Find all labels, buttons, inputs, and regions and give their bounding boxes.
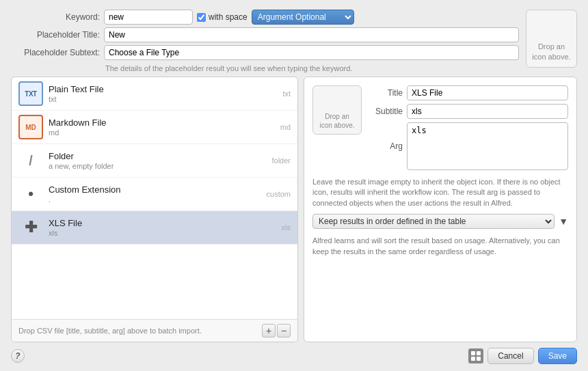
file-name: Folder bbox=[49, 151, 291, 161]
dot-icon: • bbox=[18, 182, 43, 206]
list-footer: Drop CSV file [title, subtitle, arg] abo… bbox=[12, 319, 297, 342]
bottom-bar: ? Cancel Save bbox=[11, 348, 577, 364]
file-info: Folder a new, empty folder bbox=[49, 151, 291, 170]
result-icon-label: Drop anicon above. bbox=[319, 112, 354, 130]
list-item[interactable]: ✚ XLS File xls xls bbox=[12, 211, 297, 245]
folder-icon: / bbox=[18, 148, 43, 173]
file-sub: txt bbox=[49, 95, 291, 103]
result-title-input[interactable] bbox=[407, 85, 568, 100]
header-icon-drop-label: Drop anicon above. bbox=[532, 42, 570, 61]
main-container: Keyword: with space Argument Optional Ar… bbox=[0, 0, 588, 371]
keyword-input[interactable] bbox=[104, 10, 193, 25]
order-dropdown-row: Keep results in order defined in the tab… bbox=[312, 214, 568, 229]
svg-rect-1 bbox=[477, 351, 481, 355]
result-title-row: Title bbox=[369, 85, 568, 100]
file-info: XLS File xls bbox=[49, 218, 291, 237]
with-space-checkbox[interactable] bbox=[197, 13, 206, 22]
file-sub: . bbox=[49, 195, 291, 204]
file-sub: a new, empty folder bbox=[49, 162, 291, 170]
placeholder-subtext-input[interactable] bbox=[104, 45, 519, 60]
placeholder-title-label: Placeholder Title: bbox=[11, 30, 100, 40]
file-sub: xls bbox=[49, 229, 291, 237]
help-button[interactable]: ? bbox=[11, 349, 25, 363]
result-title-label: Title bbox=[369, 88, 403, 98]
cancel-button[interactable]: Cancel bbox=[487, 348, 533, 364]
form-fields: Keyword: with space Argument Optional Ar… bbox=[11, 10, 519, 72]
result-top: Drop anicon above. Title Subtitle Arg xl… bbox=[312, 85, 568, 170]
add-button[interactable]: + bbox=[262, 324, 276, 338]
file-ext: md bbox=[280, 123, 291, 131]
order-dropdown[interactable]: Keep results in order defined in the tab… bbox=[312, 214, 554, 229]
argument-dropdown[interactable]: Argument Optional Argument Required No A… bbox=[252, 10, 354, 25]
result-subtitle-row: Subtitle bbox=[369, 104, 568, 119]
file-ext: custom bbox=[267, 190, 291, 198]
list-item[interactable]: / Folder a new, empty folder folder bbox=[12, 144, 297, 178]
keyword-label: Keyword: bbox=[11, 12, 100, 22]
right-panel: Drop anicon above. Title Subtitle Arg xl… bbox=[304, 77, 577, 342]
file-name: Markdown File bbox=[49, 118, 291, 128]
result-info-text: Leave the result image empty to inherit … bbox=[312, 177, 568, 208]
bottom-right-buttons: Cancel Save bbox=[468, 348, 577, 364]
result-arg-label: Arg bbox=[369, 141, 403, 151]
grid-icon bbox=[468, 348, 483, 363]
top-form: Keyword: with space Argument Optional Ar… bbox=[11, 10, 577, 72]
with-space-label[interactable]: with space bbox=[197, 12, 248, 22]
svg-rect-0 bbox=[471, 351, 475, 355]
hint-text: The details of the placeholder result yo… bbox=[105, 64, 519, 72]
file-info: Custom Extension . bbox=[49, 184, 291, 204]
bottom-split: TXT Plain Text File txt txt MD Markdown … bbox=[11, 77, 577, 342]
md-icon: MD bbox=[18, 115, 43, 139]
file-info: Markdown File md bbox=[49, 118, 291, 137]
remove-button[interactable]: − bbox=[277, 324, 291, 338]
file-sub: md bbox=[49, 128, 291, 137]
add-remove-btns: + − bbox=[262, 324, 291, 338]
result-fields: Title Subtitle Arg xls bbox=[369, 85, 568, 170]
keyword-row: Keyword: with space Argument Optional Ar… bbox=[11, 10, 519, 25]
plus-icon: ✚ bbox=[18, 215, 43, 240]
file-ext: xls bbox=[282, 223, 291, 232]
file-ext: folder bbox=[271, 156, 291, 165]
result-arg-row: Arg xls bbox=[369, 122, 568, 170]
result-subtitle-label: Subtitle bbox=[369, 107, 403, 116]
result-arg-textarea[interactable]: xls bbox=[407, 122, 568, 170]
list-item[interactable]: • Custom Extension . custom bbox=[12, 178, 297, 211]
file-list: TXT Plain Text File txt txt MD Markdown … bbox=[12, 77, 297, 319]
left-panel: TXT Plain Text File txt txt MD Markdown … bbox=[11, 77, 298, 342]
save-button[interactable]: Save bbox=[538, 348, 577, 364]
placeholder-subtext-label: Placeholder Subtext: bbox=[11, 48, 100, 57]
file-name: Custom Extension bbox=[49, 184, 291, 195]
txt-icon: TXT bbox=[18, 81, 43, 106]
order-info-text: Alfred learns and will sort the result b… bbox=[312, 236, 568, 257]
footer-text: Drop CSV file [title, subtitle, arg] abo… bbox=[18, 327, 262, 335]
result-subtitle-input[interactable] bbox=[407, 104, 568, 119]
list-item[interactable]: MD Markdown File md md bbox=[12, 111, 297, 144]
file-ext: txt bbox=[282, 90, 291, 98]
svg-rect-3 bbox=[477, 357, 481, 361]
file-info: Plain Text File txt bbox=[49, 84, 291, 103]
header-icon-drop: Drop anicon above. bbox=[526, 10, 577, 68]
svg-rect-2 bbox=[471, 357, 475, 361]
placeholder-title-input[interactable] bbox=[104, 27, 519, 42]
file-name: XLS File bbox=[49, 218, 291, 228]
list-item[interactable]: TXT Plain Text File txt txt bbox=[12, 77, 297, 111]
result-icon-drop: Drop anicon above. bbox=[312, 85, 362, 135]
file-name: Plain Text File bbox=[49, 84, 291, 94]
placeholder-subtext-row: Placeholder Subtext: bbox=[11, 45, 519, 60]
placeholder-title-row: Placeholder Title: bbox=[11, 27, 519, 42]
